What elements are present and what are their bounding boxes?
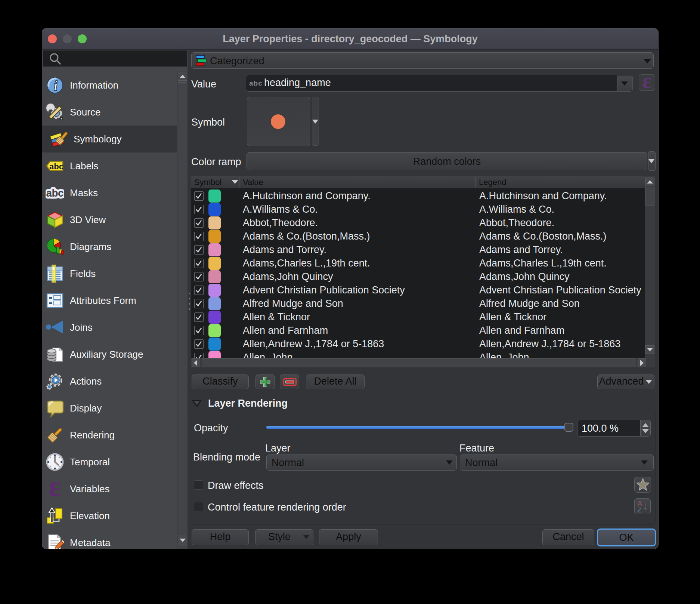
svg-text:abc: abc (46, 188, 64, 199)
svg-text:ε: ε (49, 480, 61, 498)
svg-text:abc: abc (49, 162, 64, 171)
svg-text:ε: ε (642, 74, 652, 91)
svg-text:i: i (54, 78, 58, 93)
